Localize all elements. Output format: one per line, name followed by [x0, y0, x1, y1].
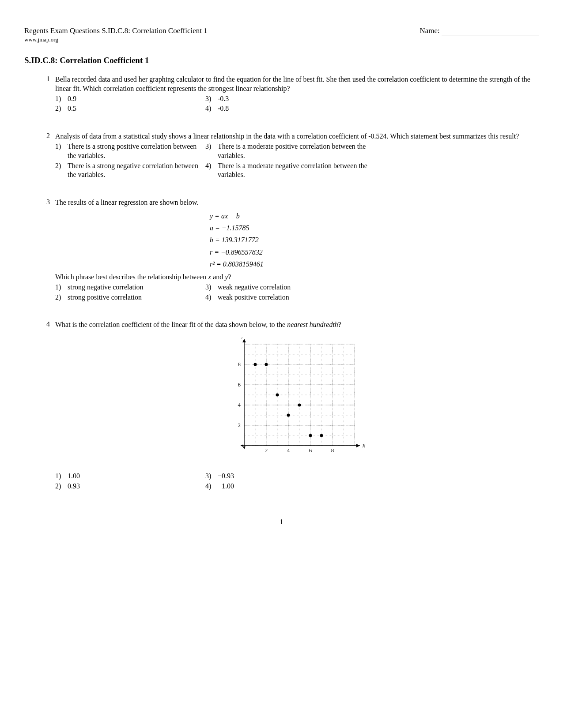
choice-1: 1)There is a strong positive correlation… — [55, 142, 205, 161]
regression-eq: y = ax + b — [210, 210, 539, 222]
svg-text:y: y — [240, 338, 244, 338]
regression-output: y = ax + b a = −1.15785 b = 139.3171772 … — [210, 210, 539, 270]
choice-2: 2)There is a strong negative correlation… — [55, 161, 205, 180]
choices: 1)There is a strong positive correlation… — [55, 142, 539, 180]
svg-text:2: 2 — [238, 422, 241, 428]
regression-r2: r² = 0.8038159461 — [210, 258, 539, 270]
regression-b: b = 139.3171772 — [210, 234, 539, 246]
choice-4: 4)−1.00 — [205, 482, 373, 491]
name-field: Name: — [419, 26, 539, 35]
svg-point-56 — [320, 434, 323, 437]
page-number: 1 — [24, 518, 539, 526]
header-url: www.jmap.org — [24, 36, 539, 43]
question-prompt: Analysis of data from a statistical stud… — [55, 132, 539, 141]
question-2: 2 Analysis of data from a statistical st… — [38, 132, 539, 180]
scatter-plot-svg: 24682468xy — [229, 338, 366, 461]
choice-2: 2)0.5 — [55, 104, 205, 113]
question-body: The results of a linear regression are s… — [55, 198, 539, 303]
svg-text:6: 6 — [309, 447, 312, 454]
svg-point-54 — [298, 404, 301, 407]
choice-3: 3)-0.3 — [205, 94, 373, 104]
question-prompt-after: Which phrase best describes the relation… — [55, 273, 539, 282]
name-blank-line[interactable] — [442, 35, 539, 35]
question-number: 1 — [38, 75, 55, 114]
svg-text:2: 2 — [264, 447, 268, 454]
question-number: 2 — [38, 132, 55, 180]
question-3: 3 The results of a linear regression are… — [38, 198, 539, 303]
regression-r: r = −0.896557832 — [210, 246, 539, 258]
choices: 1)0.9 2)0.5 3)-0.3 4)-0.8 — [55, 94, 539, 115]
choice-4: 4)-0.8 — [205, 104, 373, 113]
question-body: What is the correlation coefficient of t… — [55, 320, 539, 492]
question-prompt-before: The results of a linear regression are s… — [55, 198, 539, 207]
regression-a: a = −1.15785 — [210, 222, 539, 234]
svg-point-50 — [253, 363, 257, 366]
question-prompt: What is the correlation coefficient of t… — [55, 320, 539, 330]
choice-1: 1)1.00 — [55, 472, 205, 481]
svg-marker-36 — [356, 444, 360, 447]
svg-point-53 — [287, 414, 290, 417]
question-body: Analysis of data from a statistical stud… — [55, 132, 539, 180]
svg-text:4: 4 — [287, 447, 290, 454]
svg-text:4: 4 — [238, 402, 241, 408]
page-title: S.ID.C.8: Correlation Coefficient 1 — [24, 56, 539, 65]
question-number: 3 — [38, 198, 55, 303]
choices: 1)strong negative correlation 2)strong p… — [55, 283, 539, 303]
choices: 1)1.00 2)0.93 3)−0.93 4)−1.00 — [55, 472, 539, 492]
choice-4: 4)weak positive correlation — [205, 293, 373, 302]
svg-text:6: 6 — [238, 381, 241, 388]
svg-text:8: 8 — [238, 361, 241, 368]
header-title: Regents Exam Questions S.ID.C.8: Correla… — [24, 26, 208, 35]
choice-3: 3)−0.93 — [205, 472, 373, 481]
svg-marker-37 — [242, 339, 246, 342]
question-prompt: Bella recorded data and used her graphin… — [55, 75, 539, 94]
name-label: Name: — [419, 26, 439, 35]
question-number: 4 — [38, 320, 55, 492]
svg-text:x: x — [362, 442, 366, 449]
header-row: Regents Exam Questions S.ID.C.8: Correla… — [24, 26, 539, 35]
svg-point-55 — [309, 434, 312, 437]
choice-2: 2)0.93 — [55, 482, 205, 491]
question-body: Bella recorded data and used her graphin… — [55, 75, 539, 114]
svg-marker-39 — [243, 447, 246, 449]
svg-text:8: 8 — [331, 447, 334, 454]
choice-1: 1)strong negative correlation — [55, 283, 205, 292]
choice-1: 1)0.9 — [55, 94, 205, 104]
choice-3: 3)weak negative correlation — [205, 283, 373, 292]
question-4: 4 What is the correlation coefficient of… — [38, 320, 539, 492]
question-1: 1 Bella recorded data and used her graph… — [38, 75, 539, 114]
choice-4: 4)There is a moderate negative correlati… — [205, 161, 373, 180]
svg-point-52 — [276, 394, 279, 397]
choice-2: 2)strong positive correlation — [55, 293, 205, 302]
choice-3: 3)There is a moderate positive correlati… — [205, 142, 373, 161]
scatter-chart: 24682468xy — [55, 338, 539, 464]
svg-point-51 — [264, 363, 268, 366]
